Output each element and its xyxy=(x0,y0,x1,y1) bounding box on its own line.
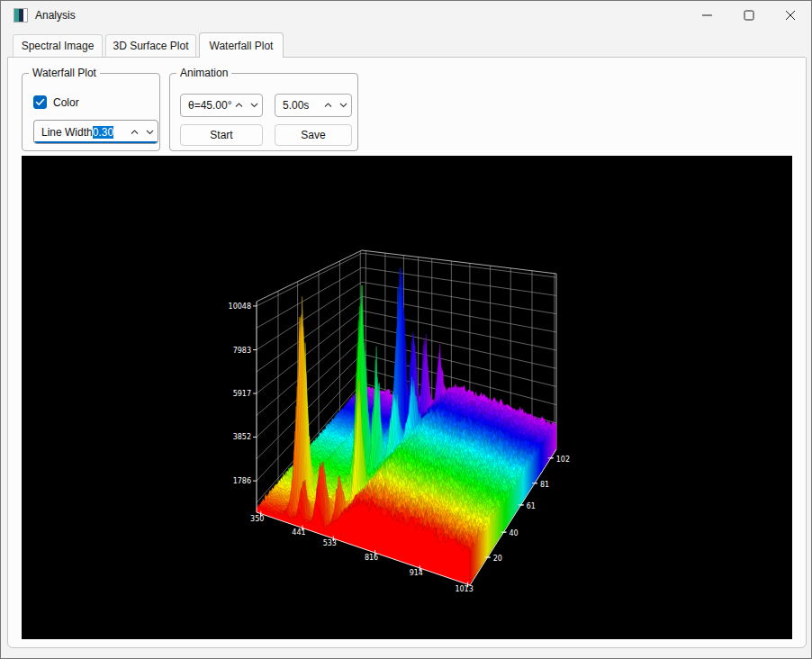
close-button[interactable] xyxy=(770,1,811,30)
line-width-up-button[interactable] xyxy=(127,121,142,143)
interval-down-button[interactable] xyxy=(336,95,351,116)
start-button[interactable]: Start xyxy=(180,124,263,146)
waterfall-plot-group-legend: Waterfall Plot xyxy=(29,67,100,79)
line-width-down-button[interactable] xyxy=(142,121,158,143)
z-axis-tick-label: 5917 xyxy=(233,390,251,398)
x-axis-tick-label: 533 xyxy=(323,539,337,547)
theta-spinbox[interactable]: θ=45.00° xyxy=(180,94,263,117)
tab-waterfall-plot[interactable]: Waterfall Plot xyxy=(199,32,284,58)
app-window: Analysis Spectral Image 3D Surface Plot … xyxy=(0,0,812,659)
app-icon xyxy=(14,8,28,23)
y-axis-tick-label: 61 xyxy=(527,502,536,510)
x-axis-tick-label: 1013 xyxy=(455,585,473,593)
interval-up-button[interactable] xyxy=(320,95,336,116)
plot-canvas[interactable]: 1786385259177983100483504415338169141013… xyxy=(22,156,792,639)
close-icon xyxy=(785,10,796,21)
animation-group-legend: Animation xyxy=(176,67,231,79)
y-axis-tick-label: 81 xyxy=(540,481,549,489)
chevron-up-icon xyxy=(235,103,243,108)
y-axis-tick-label: 20 xyxy=(493,555,502,563)
z-axis-tick-label: 1786 xyxy=(233,477,251,485)
color-checkbox-label: Color xyxy=(53,96,79,109)
animation-group: Animation θ=45.00° 5.00s Start Save xyxy=(169,73,358,151)
y-axis-tick-label: 40 xyxy=(509,529,518,537)
chevron-down-icon xyxy=(146,130,154,135)
x-axis-tick-label: 914 xyxy=(410,569,423,577)
y-axis-tick-label: 102 xyxy=(556,456,570,464)
chevron-up-icon xyxy=(131,130,139,135)
line-width-value[interactable]: 0.30 xyxy=(93,126,113,139)
color-checkbox[interactable] xyxy=(33,95,47,109)
waterfall-plot-group: Waterfall Plot Color Line Width0.30 xyxy=(22,73,160,151)
theta-up-button[interactable] xyxy=(232,95,248,116)
waterfall-3d-plot[interactable]: 1786385259177983100483504415338169141013… xyxy=(22,156,792,639)
maximize-icon xyxy=(744,10,754,21)
tab-page: Waterfall Plot Color Line Width0.30 Anim… xyxy=(7,57,807,648)
checkmark-icon xyxy=(35,97,45,107)
x-axis-tick-label: 816 xyxy=(365,554,378,562)
color-checkbox-row[interactable]: Color xyxy=(33,95,79,109)
z-axis-tick-label: 10048 xyxy=(229,302,251,311)
x-axis-tick-label: 350 xyxy=(250,515,264,523)
theta-value: θ=45.00° xyxy=(181,99,232,112)
title-bar[interactable]: Analysis xyxy=(1,1,811,30)
z-axis-tick-label: 7983 xyxy=(233,347,251,355)
line-width-spinbox[interactable]: Line Width0.30 xyxy=(33,120,158,144)
maximize-button[interactable] xyxy=(728,1,770,30)
z-axis-tick-label: 3852 xyxy=(233,433,251,441)
chevron-up-icon xyxy=(324,103,332,108)
x-axis-tick-label: 441 xyxy=(292,528,305,537)
minimize-button[interactable] xyxy=(687,1,728,30)
window-title: Analysis xyxy=(35,9,76,22)
interval-value: 5.00s xyxy=(275,99,309,112)
tab-3d-surface-plot[interactable]: 3D Surface Plot xyxy=(105,34,196,57)
interval-spinbox[interactable]: 5.00s xyxy=(275,94,352,117)
save-button[interactable]: Save xyxy=(275,124,352,146)
line-width-prefix: Line Width xyxy=(34,126,93,139)
chevron-down-icon xyxy=(250,103,258,108)
minimize-icon xyxy=(702,10,713,21)
chevron-down-icon xyxy=(339,103,347,108)
theta-down-button[interactable] xyxy=(247,95,262,116)
tab-spectral-image[interactable]: Spectral Image xyxy=(13,34,103,57)
